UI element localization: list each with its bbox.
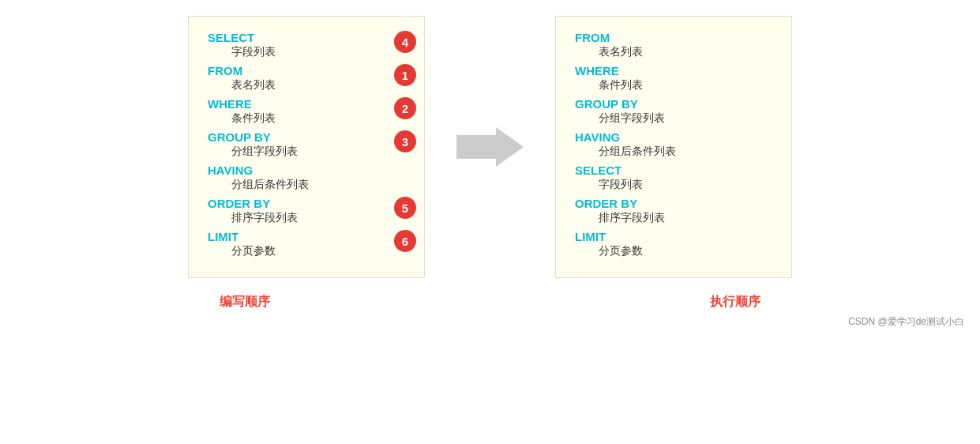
sub-item: 字段列表 [208,45,402,59]
right-section-block: SELECT字段列表 [575,164,769,192]
keyword: SELECT [208,31,402,44]
right-section-block: WHERE条件列表 [575,64,769,92]
keyword: FROM [208,64,402,77]
keyword: LIMIT [575,230,769,243]
sequence-badge: 3 [394,130,416,152]
keyword: WHERE [208,97,402,111]
arrow-container [449,127,531,167]
sequence-badge: 6 [394,230,416,252]
keyword: LIMIT [208,230,402,243]
sub-item: 条件列表 [575,78,769,92]
footer-text: CSDN @爱学习de测试小白 [848,316,964,327]
keyword: GROUP BY [575,97,769,111]
sub-item: 分页参数 [575,244,769,258]
sub-item: 分页参数 [208,244,402,258]
keyword-row: ORDER BY5 [208,197,402,210]
sub-item: 分组后条件列表 [208,178,402,192]
keyword-row: GROUP BY3 [208,130,402,144]
left-panel-label: 编写顺序 [220,295,270,308]
sub-item: 表名列表 [208,78,402,92]
sub-item: 字段列表 [575,178,769,192]
direction-arrow [456,127,524,167]
sequence-badge: 1 [394,64,416,86]
right-panel: FROM表名列表WHERE条件列表GROUP BY分组字段列表HAVING分组后… [555,16,792,278]
keyword-row: WHERE2 [208,97,402,111]
keyword: SELECT [575,164,769,177]
sequence-badge: 4 [394,31,416,53]
keyword: WHERE [575,64,769,77]
keyword: HAVING [575,130,769,144]
left-sections: SELECT4字段列表FROM1表名列表WHERE2条件列表GROUP BY3分… [208,31,402,258]
left-section-block: ORDER BY5排序字段列表 [208,197,402,225]
sub-item: 排序字段列表 [575,211,769,225]
sub-item: 排序字段列表 [208,211,402,225]
left-section-block: SELECT4字段列表 [208,31,402,59]
sequence-badge: 2 [394,97,416,119]
right-panel-label: 执行顺序 [710,295,760,308]
sub-item: 条件列表 [208,111,402,126]
main-content: SELECT4字段列表FROM1表名列表WHERE2条件列表GROUP BY3分… [0,0,980,294]
keyword: ORDER BY [575,197,769,210]
keyword-row: HAVING [208,164,402,177]
keyword: FROM [575,31,769,44]
left-section-block: GROUP BY3分组字段列表 [208,130,402,159]
right-section-block: HAVING分组后条件列表 [575,130,769,159]
sub-item: 分组字段列表 [575,111,769,126]
right-sections: FROM表名列表WHERE条件列表GROUP BY分组字段列表HAVING分组后… [575,31,769,258]
left-panel: SELECT4字段列表FROM1表名列表WHERE2条件列表GROUP BY3分… [188,16,425,278]
arrow-head [496,127,524,167]
right-section-block: FROM表名列表 [575,31,769,59]
keyword: ORDER BY [208,197,402,210]
right-section-block: ORDER BY排序字段列表 [575,197,769,225]
left-section-block: FROM1表名列表 [208,64,402,92]
keyword: HAVING [208,164,402,177]
left-section-block: LIMIT6分页参数 [208,230,402,258]
sub-item: 分组字段列表 [208,145,402,159]
keyword-row: FROM1 [208,64,402,77]
keyword: GROUP BY [208,130,402,144]
left-section-block: WHERE2条件列表 [208,97,402,126]
right-section-block: GROUP BY分组字段列表 [575,97,769,126]
keyword-row: SELECT4 [208,31,402,44]
sub-item: 分组后条件列表 [575,145,769,159]
left-section-block: HAVING分组后条件列表 [208,164,402,192]
right-section-block: LIMIT分页参数 [575,230,769,258]
sub-item: 表名列表 [575,45,769,59]
keyword-row: LIMIT6 [208,230,402,243]
arrow-body [456,135,496,159]
sequence-badge: 5 [394,197,416,219]
